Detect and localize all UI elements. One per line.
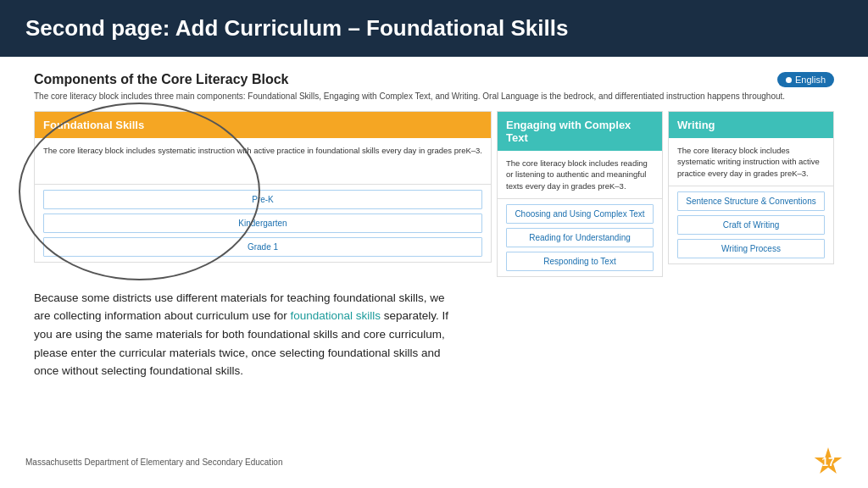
english-badge-label: English (795, 75, 826, 85)
foundational-col-links: Pre-K Kindergarten Grade 1 (35, 185, 491, 262)
info-line1: Because some districts use different mat… (34, 291, 445, 304)
complex-text-col-body: The core literacy block includes reading… (498, 151, 662, 199)
foundational-grade1-btn[interactable]: Grade 1 (43, 237, 482, 257)
writing-col-body: The core literacy block includes systema… (669, 138, 833, 186)
foundational-col: Foundational Skills The core literacy bl… (34, 111, 492, 263)
page-footer: Massachusetts Department of Elementary a… (0, 447, 868, 476)
literacy-subtitle: The core literacy block includes three m… (34, 91, 834, 103)
complex-text-link1-btn[interactable]: Choosing and Using Complex Text (506, 204, 654, 224)
page-header: Second page: Add Curriculum – Foundation… (0, 0, 868, 57)
writing-col-header: Writing (669, 112, 833, 138)
foundational-col-header: Foundational Skills (35, 112, 491, 138)
foundational-col-wrap: Foundational Skills The core literacy bl… (34, 111, 492, 263)
complex-text-col: Engaging with Complex Text The core lite… (497, 111, 663, 277)
english-badge: English (777, 72, 834, 87)
badge-dot (786, 77, 792, 83)
writing-link3-btn[interactable]: Writing Process (677, 239, 825, 258)
literacy-section: Components of the Core Literacy Block En… (34, 72, 834, 277)
columns-container: Foundational Skills The core literacy bl… (34, 111, 834, 277)
info-line4: please enter the curricular materials tw… (34, 347, 441, 359)
writing-link2-btn[interactable]: Craft of Writing (677, 215, 825, 235)
complex-text-link3-btn[interactable]: Responding to Text (506, 252, 654, 271)
info-teal-text: foundational skills (290, 309, 381, 322)
info-line3: you are using the same materials for bot… (34, 328, 445, 341)
literacy-section-title: Components of the Core Literacy Block (34, 72, 289, 87)
complex-text-link2-btn[interactable]: Reading for Understanding (506, 228, 654, 247)
complex-text-col-links: Choosing and Using Complex Text Reading … (498, 199, 662, 276)
info-text-block: Because some districts use different mat… (34, 289, 729, 380)
writing-col: Writing The core literacy block includes… (668, 111, 834, 264)
main-content: Components of the Core Literacy Block En… (0, 57, 868, 397)
writing-col-links: Sentence Structure & Conventions Craft o… (669, 186, 833, 263)
foundational-prek-btn[interactable]: Pre-K (43, 190, 482, 209)
writing-link1-btn[interactable]: Sentence Structure & Conventions (677, 191, 825, 211)
literacy-title-row: Components of the Core Literacy Block En… (34, 72, 834, 87)
page-number-badge: 17 (814, 447, 843, 476)
foundational-kindergarten-btn[interactable]: Kindergarten (43, 214, 482, 233)
foundational-col-body: The core literacy block includes systema… (35, 138, 491, 185)
footer-org: Massachusetts Department of Elementary a… (25, 458, 283, 467)
complex-text-col-header: Engaging with Complex Text (498, 112, 662, 151)
page-title: Second page: Add Curriculum – Foundation… (25, 15, 568, 42)
info-line2: are collecting information about curricu… (34, 309, 448, 322)
info-line5: once without selecting foundational skil… (34, 364, 243, 377)
